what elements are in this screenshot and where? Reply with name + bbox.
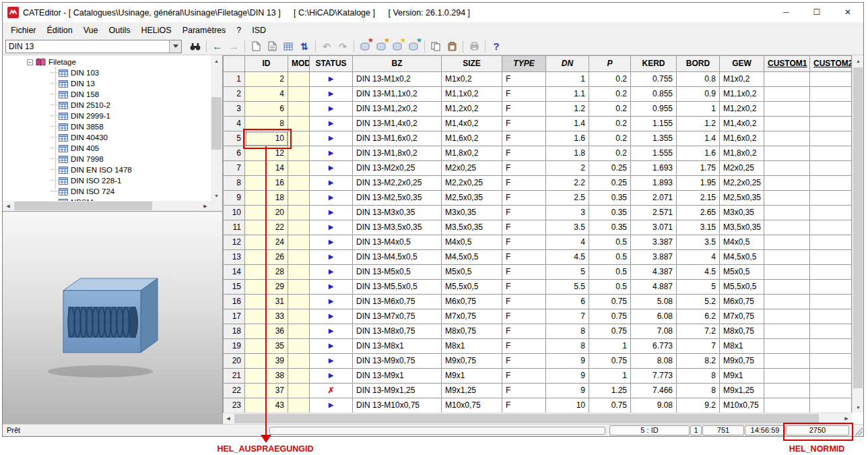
- column-header-custom1[interactable]: CUSTOM1: [764, 56, 810, 72]
- cell-bz[interactable]: DIN 13-M1,4x0,2: [353, 117, 442, 131]
- resize-grip[interactable]: [855, 427, 863, 435]
- cell-kerd[interactable]: 6.08: [631, 309, 677, 324]
- column-header-dn[interactable]: DN: [546, 56, 589, 72]
- cell-dn[interactable]: 3.5: [546, 220, 589, 235]
- cell-type[interactable]: F: [502, 384, 546, 398]
- cell-bz[interactable]: DIN 13-M2,2x0,25: [353, 176, 442, 191]
- cell-type[interactable]: F: [502, 369, 546, 384]
- cell-p[interactable]: 0.75: [589, 398, 631, 413]
- cell-bz[interactable]: DIN 13-M1,8x0,2: [353, 146, 442, 161]
- cell-id[interactable]: 22: [245, 220, 288, 235]
- cell-kerd[interactable]: 8.08: [631, 354, 677, 369]
- cell-mod[interactable]: [288, 161, 310, 176]
- cell-bz[interactable]: DIN 13-M3x0,35: [353, 206, 442, 220]
- row-number-cell[interactable]: 17: [224, 309, 245, 324]
- cell-mod[interactable]: [288, 102, 310, 117]
- cell-dn[interactable]: 10: [546, 398, 589, 413]
- cell-dn[interactable]: 8: [546, 339, 589, 354]
- cell-id[interactable]: 2: [245, 72, 288, 87]
- row-number-cell[interactable]: 10: [224, 206, 245, 220]
- cell-type[interactable]: F: [502, 176, 546, 191]
- cell-bz[interactable]: DIN 13-M5,5x0,5: [353, 280, 442, 295]
- cell-bz[interactable]: DIN 13-M4x0,5: [353, 235, 442, 250]
- status-fail-icon[interactable]: ✗: [310, 384, 353, 398]
- cell-mod[interactable]: [288, 220, 310, 235]
- cell-p[interactable]: 0.25: [589, 161, 631, 176]
- column-header-size[interactable]: SIZE: [442, 56, 502, 72]
- cell-custom1[interactable]: [764, 295, 810, 309]
- cell-bz[interactable]: DIN 13-M1x0,2: [353, 72, 442, 87]
- cell-bz[interactable]: DIN 13-M9x1: [353, 369, 442, 384]
- table-vertical-scrollbar[interactable]: ▲ ▼: [852, 55, 863, 413]
- tree-item-din-iso-724[interactable]: DIN ISO 724: [3, 186, 211, 197]
- cell-id[interactable]: 29: [245, 280, 288, 295]
- cell-p[interactable]: 0.2: [589, 146, 631, 161]
- cell-gew[interactable]: M1,1x0,2: [720, 87, 764, 102]
- cell-p[interactable]: 0.2: [589, 87, 631, 102]
- cell-mod[interactable]: [288, 191, 310, 206]
- minimize-button[interactable]: ─: [770, 3, 801, 22]
- cell-p[interactable]: 0.5: [589, 250, 631, 265]
- column-header-status[interactable]: STATUS: [310, 56, 353, 72]
- cell-mod[interactable]: [288, 250, 310, 265]
- cell-p[interactable]: 0.25: [589, 176, 631, 191]
- cell-bord[interactable]: 1.6: [677, 146, 720, 161]
- cell-dn[interactable]: 1: [546, 72, 589, 87]
- cell-id[interactable]: 38: [245, 369, 288, 384]
- cell-bz[interactable]: DIN 13-M1,2x0,2: [353, 102, 442, 117]
- cell-size[interactable]: M1,2x0,2: [442, 102, 502, 117]
- status-play-icon[interactable]: ▶: [310, 87, 353, 102]
- forward-icon[interactable]: →: [226, 39, 242, 54]
- cell-custom2[interactable]: [810, 384, 852, 398]
- tree-vertical-scrollbar[interactable]: ▲ ▼: [211, 55, 222, 201]
- cell-custom2[interactable]: [810, 369, 852, 384]
- cell-bz[interactable]: DIN 13-M7x0,75: [353, 309, 442, 324]
- tree-item-din-103[interactable]: DIN 103: [3, 67, 211, 78]
- cell-id[interactable]: 14: [245, 161, 288, 176]
- cell-size[interactable]: M7x0,75: [442, 309, 502, 324]
- cell-bz[interactable]: DIN 13-M8x0,75: [353, 324, 442, 339]
- cell-bord[interactable]: 3.5: [677, 235, 720, 250]
- row-number-cell[interactable]: 14: [224, 265, 245, 280]
- cell-bord[interactable]: 6.2: [677, 309, 720, 324]
- cell-mod[interactable]: [288, 398, 310, 413]
- cell-custom2[interactable]: [810, 206, 852, 220]
- cell-dn[interactable]: 9: [546, 354, 589, 369]
- tree-item-din-7998[interactable]: DIN 7998: [3, 154, 211, 164]
- cell-size[interactable]: M4x0,5: [442, 235, 502, 250]
- cell-kerd[interactable]: 0.755: [631, 72, 677, 87]
- help-icon[interactable]: ?: [488, 39, 504, 54]
- cell-id[interactable]: 4: [245, 87, 288, 102]
- cell-dn[interactable]: 6: [546, 295, 589, 309]
- tree-item-din-2510-2[interactable]: DIN 2510-2: [3, 100, 211, 111]
- row-number-cell[interactable]: 20: [224, 354, 245, 369]
- cell-p[interactable]: 0.2: [589, 117, 631, 131]
- cell-p[interactable]: 0.5: [589, 235, 631, 250]
- cell-type[interactable]: F: [502, 235, 546, 250]
- cell-id[interactable]: 36: [245, 324, 288, 339]
- cell-custom1[interactable]: [764, 87, 810, 102]
- cell-kerd[interactable]: 2.571: [631, 206, 677, 220]
- menu-item-vue[interactable]: Vue: [78, 24, 104, 36]
- cell-gew[interactable]: M1,4x0,2: [720, 117, 764, 131]
- cell-size[interactable]: M10x0,75: [442, 398, 502, 413]
- cell-size[interactable]: M2,2x0,25: [442, 176, 502, 191]
- cell-bord[interactable]: 4: [677, 250, 720, 265]
- cell-custom2[interactable]: [810, 117, 852, 131]
- status-play-icon[interactable]: ▶: [310, 324, 353, 339]
- cell-size[interactable]: M9x1,25: [442, 384, 502, 398]
- cell-bord[interactable]: 0.8: [677, 72, 720, 87]
- column-header-bz[interactable]: BZ: [353, 56, 442, 72]
- cell-p[interactable]: 0.75: [589, 295, 631, 309]
- back-icon[interactable]: ←: [209, 39, 226, 54]
- cell-bord[interactable]: 1.2: [677, 117, 720, 131]
- cell-kerd[interactable]: 1.693: [631, 161, 677, 176]
- cell-type[interactable]: F: [502, 309, 546, 324]
- cell-type[interactable]: F: [502, 220, 546, 235]
- cell-mod[interactable]: [288, 280, 310, 295]
- cell-custom2[interactable]: [810, 102, 852, 117]
- menu-item-helios[interactable]: HELiOS: [135, 24, 176, 36]
- row-number-cell[interactable]: 7: [224, 161, 245, 176]
- cell-gew[interactable]: M1,2x0,2: [720, 102, 764, 117]
- row-number-cell[interactable]: 4: [224, 117, 245, 131]
